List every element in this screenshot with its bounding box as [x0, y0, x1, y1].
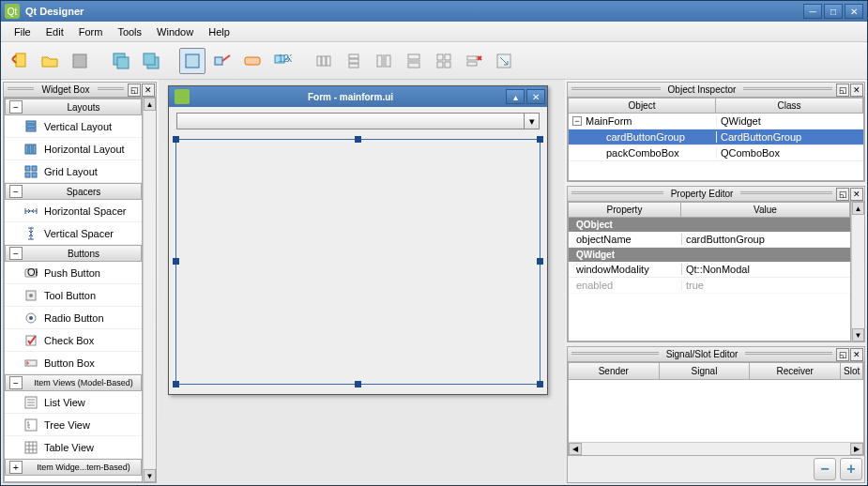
layout-h-icon[interactable] [311, 48, 337, 74]
layout-v-icon[interactable] [341, 48, 367, 74]
remove-connection-button[interactable]: − [814, 458, 836, 480]
collapse-icon[interactable]: − [9, 100, 23, 114]
pack-combo-box[interactable]: ▾ [176, 113, 540, 129]
oi-header-class[interactable]: Class [716, 99, 863, 113]
widget-vertical-spacer[interactable]: Vertical Spacer [5, 222, 142, 245]
minimize-button[interactable]: ─ [803, 4, 822, 19]
adjust-size-icon[interactable] [491, 48, 517, 74]
card-button-group[interactable] [175, 139, 541, 385]
break-layout-icon[interactable] [461, 48, 487, 74]
widget-vertical-layout[interactable]: Vertical Layout [5, 115, 142, 138]
widget-table-view[interactable]: Table View [5, 436, 142, 459]
oi-row-cardbuttongroup[interactable]: cardButtonGroup CardButtonGroup [569, 129, 863, 145]
sse-hscrollbar[interactable]: ◀ ▶ [569, 442, 863, 455]
category-itemviews[interactable]: −Item Views (Model-Based) [5, 374, 142, 391]
menu-file[interactable]: File [7, 24, 38, 39]
dock-close-icon[interactable]: ✕ [850, 348, 863, 361]
sse-content[interactable] [569, 380, 863, 442]
category-itemwidgets[interactable]: +Item Widge...tem-Based) [5, 459, 142, 476]
pe-row-enabled[interactable]: enabled true [569, 278, 850, 294]
widget-button-box[interactable]: Button Box [5, 352, 142, 374]
edit-signals-icon[interactable] [209, 48, 236, 74]
widget-check-box[interactable]: Check Box [5, 329, 142, 352]
scroll-right-icon[interactable]: ▶ [850, 443, 863, 455]
scroll-up-icon[interactable]: ▲ [852, 202, 864, 215]
sse-header-signal[interactable]: Signal [660, 363, 751, 379]
dock-float-icon[interactable]: ◱ [128, 84, 141, 97]
form-canvas[interactable]: Form - mainform.ui ▴ ✕ ▾ [159, 80, 565, 485]
sse-header-slot[interactable]: Slot [841, 363, 863, 379]
resize-handle[interactable] [537, 136, 543, 143]
widgetbox-scrollbar[interactable]: ▲ ▼ [143, 98, 156, 482]
bring-front-icon[interactable] [138, 48, 164, 74]
resize-handle[interactable] [537, 381, 543, 387]
edit-widgets-icon[interactable] [179, 48, 206, 74]
scroll-down-icon[interactable]: ▼ [852, 328, 864, 342]
dock-close-icon[interactable]: ✕ [850, 188, 863, 201]
maximize-button[interactable]: □ [824, 4, 843, 19]
dropdown-icon[interactable]: ▾ [524, 114, 539, 129]
widget-list-view[interactable]: List View [5, 391, 142, 414]
resize-handle[interactable] [173, 258, 179, 265]
menu-form[interactable]: Form [71, 24, 111, 39]
form-minimize-button[interactable]: ▴ [506, 89, 525, 104]
widget-grid-layout[interactable]: Grid Layout [5, 160, 142, 183]
collapse-icon[interactable]: − [9, 185, 23, 198]
widget-push-button[interactable]: OKPush Button [5, 262, 142, 284]
resize-handle[interactable] [537, 258, 543, 265]
collapse-icon[interactable]: − [9, 376, 23, 389]
form-close-button[interactable]: ✕ [526, 89, 545, 104]
resize-handle[interactable] [355, 381, 361, 387]
collapse-icon[interactable]: − [572, 116, 582, 126]
dock-float-icon[interactable]: ◱ [836, 188, 849, 201]
widget-radio-button[interactable]: Radio Button [5, 307, 142, 329]
expand-icon[interactable]: + [9, 461, 23, 474]
category-layouts[interactable]: −Layouts [5, 99, 142, 115]
widget-horizontal-spacer[interactable]: Horizontal Spacer [5, 200, 142, 222]
send-back-icon[interactable] [108, 48, 134, 74]
category-buttons[interactable]: −Buttons [5, 245, 142, 262]
menu-window[interactable]: Window [149, 24, 201, 39]
dock-float-icon[interactable]: ◱ [836, 84, 849, 97]
scroll-left-icon[interactable]: ◀ [569, 443, 582, 455]
resize-handle[interactable] [173, 136, 179, 143]
menu-edit[interactable]: Edit [38, 24, 71, 39]
oi-row-packcombobox[interactable]: packComboBox QComboBox [569, 145, 863, 161]
pe-scrollbar[interactable]: ▲ ▼ [851, 202, 864, 342]
new-form-icon[interactable] [7, 48, 33, 74]
layout-vsplit-icon[interactable] [401, 48, 427, 74]
dock-close-icon[interactable]: ✕ [142, 84, 155, 97]
pe-header-value[interactable]: Value [681, 203, 850, 217]
collapse-icon[interactable]: − [9, 247, 23, 260]
edit-taborder-icon[interactable]: 123 [269, 48, 296, 74]
pe-header-property[interactable]: Property [569, 203, 681, 217]
add-connection-button[interactable]: + [840, 458, 862, 480]
layout-hsplit-icon[interactable] [371, 48, 397, 74]
resize-handle[interactable] [173, 381, 179, 387]
scroll-down-icon[interactable]: ▼ [144, 469, 156, 482]
oi-row-mainform[interactable]: −MainForm QWidget [569, 114, 863, 129]
pe-row-objectname[interactable]: objectName cardButtonGroup [569, 232, 850, 248]
dock-float-icon[interactable]: ◱ [836, 348, 849, 361]
resize-handle[interactable] [355, 136, 361, 143]
layout-grid-icon[interactable] [431, 48, 457, 74]
sse-header-sender[interactable]: Sender [569, 363, 660, 379]
menu-help[interactable]: Help [201, 24, 237, 39]
dock-close-icon[interactable]: ✕ [850, 84, 863, 97]
open-icon[interactable] [37, 48, 63, 74]
form-body[interactable]: ▾ [169, 107, 547, 394]
pe-row-windowmodality[interactable]: windowModality Qt::NonModal [569, 262, 850, 278]
form-window[interactable]: Form - mainform.ui ▴ ✕ ▾ [168, 85, 548, 395]
category-spacers[interactable]: −Spacers [5, 183, 142, 200]
save-icon[interactable] [67, 48, 93, 74]
pe-group-qobject[interactable]: QObject [569, 218, 850, 232]
pe-group-qwidget[interactable]: QWidget [569, 248, 850, 262]
edit-buddies-icon[interactable] [239, 48, 266, 74]
oi-header-object[interactable]: Object [569, 99, 716, 113]
widget-tree-view[interactable]: Tree View [5, 414, 142, 436]
close-button[interactable]: ✕ [845, 4, 863, 19]
scroll-up-icon[interactable]: ▲ [144, 98, 156, 111]
sse-header-receiver[interactable]: Receiver [750, 363, 841, 379]
menu-tools[interactable]: Tools [110, 24, 149, 39]
widget-tool-button[interactable]: Tool Button [5, 284, 142, 307]
